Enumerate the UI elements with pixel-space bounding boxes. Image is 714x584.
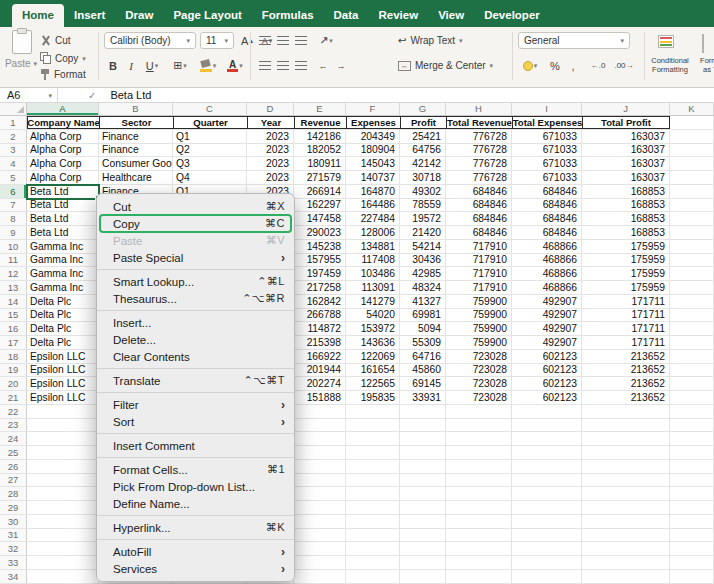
- context-menu-item-filter[interactable]: Filter›: [97, 396, 294, 413]
- row-header-18[interactable]: 18: [0, 350, 27, 363]
- borders-button[interactable]: ⊞ ▾: [168, 57, 192, 74]
- cell-I34[interactable]: [512, 570, 582, 583]
- cell-G29[interactable]: [400, 501, 446, 514]
- cell-A21[interactable]: Epsilon LLC: [27, 391, 99, 404]
- cell-F25[interactable]: [346, 446, 400, 459]
- row-header-3[interactable]: 3: [0, 144, 27, 157]
- cell-J30[interactable]: [582, 515, 670, 528]
- cell-J9[interactable]: 168853: [582, 226, 670, 239]
- cell-K3[interactable]: [670, 144, 714, 157]
- cell-E17[interactable]: 215398: [294, 336, 346, 349]
- cell-E11[interactable]: 157955: [294, 254, 346, 267]
- cell-J12[interactable]: 175959: [582, 267, 670, 280]
- cell-F19[interactable]: 161654: [346, 364, 400, 377]
- cell-G26[interactable]: [400, 460, 446, 473]
- cell-E29[interactable]: [294, 501, 346, 514]
- context-menu-item-cut[interactable]: Cut⌘X: [97, 198, 294, 215]
- row-header-28[interactable]: 28: [0, 487, 27, 500]
- row-header-23[interactable]: 23: [0, 419, 27, 432]
- cell-H25[interactable]: [446, 446, 512, 459]
- cell-G3[interactable]: 64756: [400, 144, 446, 157]
- cell-H13[interactable]: 717910: [446, 281, 512, 294]
- cell-H31[interactable]: [446, 529, 512, 542]
- cell-J34[interactable]: [582, 570, 670, 583]
- cell-A9[interactable]: Beta Ltd: [27, 226, 99, 239]
- cell-G23[interactable]: [400, 419, 446, 432]
- cell-H15[interactable]: 759900: [446, 309, 512, 322]
- cell-K20[interactable]: [670, 377, 714, 390]
- column-header-J[interactable]: J: [582, 103, 670, 115]
- cell-G7[interactable]: 78559: [400, 199, 446, 212]
- cell-F24[interactable]: [346, 432, 400, 445]
- cell-I21[interactable]: 602123: [512, 391, 582, 404]
- cell-G8[interactable]: 19572: [400, 212, 446, 225]
- select-all-corner[interactable]: [0, 103, 27, 115]
- cell-E15[interactable]: 266788: [294, 309, 346, 322]
- cell-J14[interactable]: 171711: [582, 295, 670, 308]
- cell-I4[interactable]: 671033: [512, 157, 582, 170]
- cell-E8[interactable]: 147458: [294, 212, 346, 225]
- cell-G5[interactable]: 30718: [400, 171, 446, 184]
- cell-J8[interactable]: 168853: [582, 212, 670, 225]
- cell-E16[interactable]: 114872: [294, 322, 346, 335]
- cell-E18[interactable]: 166922: [294, 350, 346, 363]
- cell-A7[interactable]: Beta Ltd: [27, 199, 99, 212]
- cell-J1[interactable]: Total Profit: [582, 116, 670, 129]
- row-header-19[interactable]: 19: [0, 364, 27, 377]
- cell-E30[interactable]: [294, 515, 346, 528]
- cell-G6[interactable]: 49302: [400, 185, 446, 198]
- cell-F6[interactable]: 164870: [346, 185, 400, 198]
- cell-G14[interactable]: 41327: [400, 295, 446, 308]
- align-center-button[interactable]: [274, 57, 292, 74]
- cell-H14[interactable]: 759900: [446, 295, 512, 308]
- cell-I29[interactable]: [512, 501, 582, 514]
- cell-K24[interactable]: [670, 432, 714, 445]
- cell-B5[interactable]: Healthcare: [99, 171, 173, 184]
- tab-draw[interactable]: Draw: [115, 4, 163, 27]
- cell-F27[interactable]: [346, 474, 400, 487]
- cell-F10[interactable]: 134881: [346, 240, 400, 253]
- cell-D5[interactable]: 2023: [247, 171, 294, 184]
- cell-E27[interactable]: [294, 474, 346, 487]
- cell-K7[interactable]: [670, 199, 714, 212]
- cell-I16[interactable]: 492907: [512, 322, 582, 335]
- row-header-34[interactable]: 34: [0, 570, 27, 583]
- cell-J33[interactable]: [582, 556, 670, 569]
- cell-G31[interactable]: [400, 529, 446, 542]
- cell-G33[interactable]: [400, 556, 446, 569]
- align-left-button[interactable]: [256, 57, 274, 74]
- cell-C5[interactable]: Q4: [173, 171, 247, 184]
- cell-A13[interactable]: Gamma Inc: [27, 281, 99, 294]
- column-header-F[interactable]: F: [346, 103, 400, 115]
- context-menu-item-services[interactable]: Services›: [97, 560, 294, 577]
- cell-K27[interactable]: [670, 474, 714, 487]
- cell-K6[interactable]: [670, 185, 714, 198]
- cell-H18[interactable]: 723028: [446, 350, 512, 363]
- cell-I18[interactable]: 602123: [512, 350, 582, 363]
- increase-font-size-button[interactable]: A▴: [238, 32, 256, 49]
- cell-J15[interactable]: 171711: [582, 309, 670, 322]
- paste-button[interactable]: [12, 30, 32, 54]
- merge-center-button[interactable]: ↔ Merge & Center ▾: [398, 60, 493, 71]
- cell-J24[interactable]: [582, 432, 670, 445]
- underline-button[interactable]: U ▾: [140, 57, 164, 74]
- decrease-decimal-button[interactable]: .00→: [612, 57, 636, 74]
- cell-A34[interactable]: [27, 570, 99, 583]
- row-header-26[interactable]: 26: [0, 460, 27, 473]
- context-menu-item-insert[interactable]: Insert...: [97, 314, 294, 331]
- cell-H29[interactable]: [446, 501, 512, 514]
- cell-G12[interactable]: 42985: [400, 267, 446, 280]
- cell-K17[interactable]: [670, 336, 714, 349]
- cell-K10[interactable]: [670, 240, 714, 253]
- cell-E13[interactable]: 217258: [294, 281, 346, 294]
- align-top-button[interactable]: [256, 32, 274, 49]
- cell-A23[interactable]: [27, 419, 99, 432]
- format-as-table-button[interactable]: [702, 35, 704, 53]
- cell-H10[interactable]: 717910: [446, 240, 512, 253]
- cell-K19[interactable]: [670, 364, 714, 377]
- column-header-E[interactable]: E: [294, 103, 346, 115]
- cell-F7[interactable]: 164486: [346, 199, 400, 212]
- cell-K16[interactable]: [670, 322, 714, 335]
- cell-E6[interactable]: 266914: [294, 185, 346, 198]
- cell-J10[interactable]: 175959: [582, 240, 670, 253]
